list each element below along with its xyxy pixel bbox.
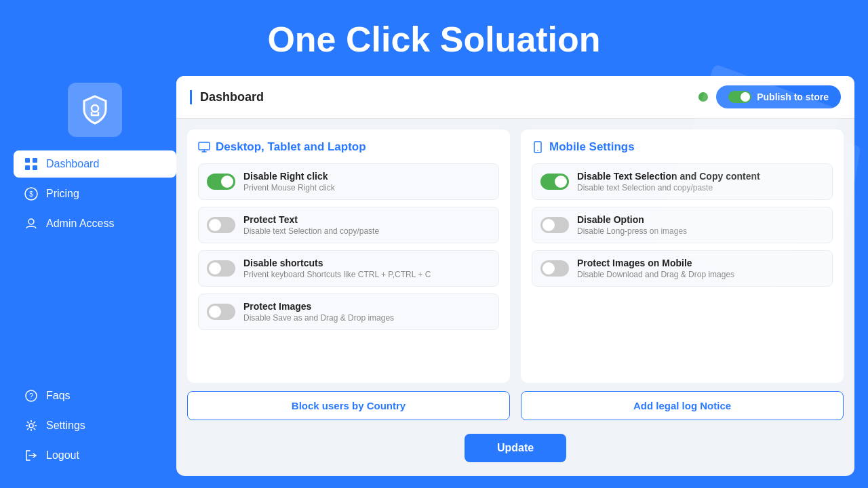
svg-rect-1 [25, 158, 30, 163]
protect-images-mobile-toggle[interactable] [540, 260, 569, 277]
sidebar-faqs-label: Faqs [46, 390, 71, 402]
sidebar-logout-label: Logout [46, 449, 79, 462]
update-row: Update [187, 428, 844, 465]
disable-shortcuts-text: Disable shortcuts Privent keyboard Short… [243, 258, 431, 279]
sidebar-pricing-label: Pricing [46, 188, 79, 200]
svg-point-13 [537, 150, 538, 151]
faqs-icon: ? [24, 389, 38, 403]
nav-bottom: ? Faqs Settings Logout [14, 382, 176, 476]
bottom-buttons-row: Block users by Country Add legal log Not… [187, 391, 844, 420]
sidebar-item-admin-access[interactable]: Admin Access [14, 210, 176, 237]
add-legal-notice-button[interactable]: Add legal log Notice [521, 391, 844, 420]
sidebar: Dashboard $ Pricing Admin Access [14, 76, 176, 476]
desktop-setting-row-0: Disable Right click Privent Mouse Right … [198, 163, 499, 200]
sidebar-settings-label: Settings [46, 420, 85, 432]
admin-icon [24, 217, 38, 230]
desktop-setting-row-3: Protect Images Disable Save as and Drag … [198, 293, 499, 330]
svg-text:?: ? [29, 392, 33, 400]
block-users-button[interactable]: Block users by Country [187, 391, 510, 420]
disable-shortcuts-toggle[interactable] [207, 260, 235, 277]
logo-box [68, 83, 122, 137]
desktop-card: Desktop, Tablet and Laptop Disable Right… [187, 129, 510, 383]
sidebar-item-settings[interactable]: Settings [14, 412, 176, 439]
protect-text-text: Protect Text Disable text Selection and … [243, 214, 379, 236]
nav-list: Dashboard $ Pricing Admin Access [14, 150, 176, 237]
protect-images-text: Protect Images Disable Save as and Drag … [243, 301, 394, 323]
svg-point-7 [28, 219, 34, 224]
sidebar-item-dashboard[interactable]: Dashboard [14, 150, 176, 178]
monitor-icon [198, 141, 210, 153]
disable-right-click-toggle[interactable] [207, 174, 235, 190]
protect-text-toggle[interactable] [207, 217, 235, 233]
desktop-setting-row-1: Protect Text Disable text Selection and … [198, 207, 499, 243]
svg-text:$: $ [29, 190, 33, 198]
svg-rect-3 [25, 165, 30, 170]
disable-right-click-text: Disable Right click Privent Mouse Right … [243, 171, 335, 192]
svg-rect-2 [33, 158, 37, 163]
svg-point-10 [29, 424, 33, 428]
page-title: One Click Soluation [0, 0, 868, 76]
svg-rect-4 [33, 165, 37, 170]
desktop-card-title: Desktop, Tablet and Laptop [198, 140, 499, 154]
pricing-icon: $ [24, 187, 38, 201]
sidebar-item-pricing[interactable]: $ Pricing [14, 180, 176, 207]
shield-icon [79, 94, 111, 126]
publish-toggle[interactable] [728, 91, 751, 103]
svg-rect-11 [199, 142, 210, 150]
protect-images-toggle[interactable] [207, 304, 235, 320]
sidebar-dashboard-label: Dashboard [46, 158, 99, 170]
desktop-setting-row-2: Disable shortcuts Privent keyboard Short… [198, 250, 499, 287]
sidebar-item-faqs[interactable]: ? Faqs [14, 382, 176, 409]
sidebar-item-logout[interactable]: Logout [14, 442, 176, 469]
sidebar-admin-label: Admin Access [46, 218, 114, 230]
dashboard-header-title: Dashboard [190, 90, 264, 104]
mobile-icon [532, 141, 544, 153]
logout-icon [24, 449, 38, 462]
settings-icon [24, 419, 38, 432]
grid-icon [24, 157, 38, 171]
disable-text-selection-toggle[interactable] [540, 174, 569, 190]
disable-option-toggle[interactable] [540, 217, 569, 233]
update-button[interactable]: Update [465, 434, 566, 462]
